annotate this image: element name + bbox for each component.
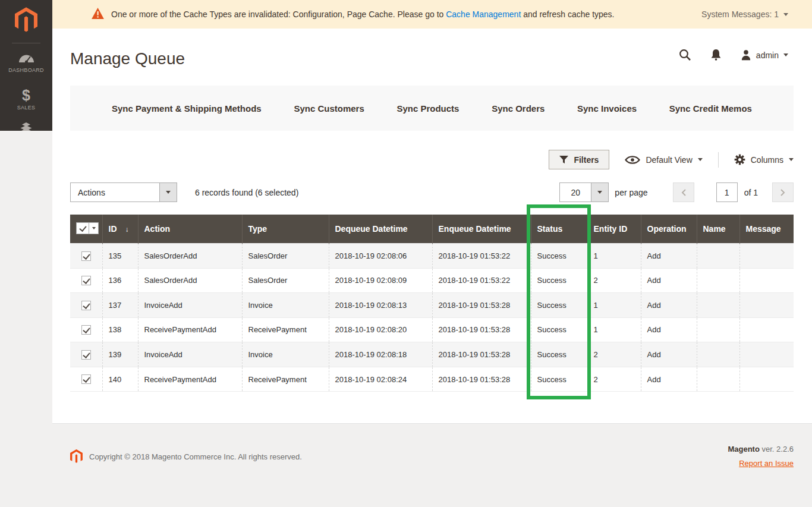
cell-action: SalesOrderAdd: [138, 244, 242, 269]
magento-footer-logo: [70, 449, 83, 464]
sidebar-item-label: DASHBOARD: [0, 67, 52, 73]
cell-dequeue-datetime: 2018-10-19 02:08:20: [329, 317, 432, 342]
chevron-down-icon[interactable]: [89, 223, 98, 234]
row-select-cell: [70, 268, 102, 293]
row-checkbox[interactable]: [81, 251, 91, 261]
sync-tab[interactable]: Sync Products: [396, 103, 459, 114]
cell-status: Success: [531, 342, 587, 367]
copyright-text: Copyright © 2018 Magento Commerce Inc. A…: [89, 452, 302, 461]
per-page-dropdown[interactable]: 20: [559, 182, 609, 202]
cell-operation: Add: [641, 367, 697, 392]
cell-status: Success: [531, 367, 587, 392]
cell-status: Success: [531, 244, 587, 269]
cell-id: 140: [102, 367, 138, 392]
filters-button[interactable]: Filters: [549, 150, 609, 169]
cell-operation: Add: [641, 268, 697, 293]
cell-action: InvoiceAdd: [138, 293, 242, 318]
select-all-checkbox[interactable]: [76, 222, 99, 234]
row-checkbox[interactable]: [81, 350, 91, 360]
search-icon[interactable]: [679, 49, 691, 61]
sync-tab[interactable]: Sync Customers: [294, 103, 364, 114]
column-header-entity-id[interactable]: Entity ID: [587, 215, 641, 244]
per-page-label: per page: [615, 188, 647, 197]
cell-enqueue-datetime: 2018-10-19 01:53:28: [432, 342, 531, 367]
chevron-down-icon[interactable]: [591, 183, 608, 201]
user-icon: [741, 49, 751, 61]
column-header-operation[interactable]: Operation: [641, 215, 697, 244]
cell-status: Success: [531, 268, 587, 293]
row-checkbox[interactable]: [81, 301, 91, 310]
next-page-button[interactable]: [772, 182, 794, 202]
cell-message: [739, 317, 794, 342]
cell-dequeue-datetime: 2018-10-19 02:08:06: [329, 244, 432, 269]
column-header-dequeue-datetime[interactable]: Dequeue Datetime: [329, 215, 432, 244]
sync-tab[interactable]: Sync Credit Memos: [669, 103, 752, 114]
chevron-right-icon: [780, 188, 786, 197]
magento-logo[interactable]: [15, 7, 37, 36]
column-header-status[interactable]: Status: [531, 215, 587, 244]
chevron-down-icon[interactable]: [159, 183, 177, 201]
previous-page-button[interactable]: [673, 182, 694, 202]
cell-operation: Add: [641, 342, 697, 367]
admin-username: admin: [756, 51, 779, 60]
cell-entity-id: 1: [587, 293, 641, 318]
column-header-enqueue-datetime[interactable]: Enqueue Datetime: [432, 215, 531, 244]
chevron-left-icon: [681, 188, 687, 197]
cell-message: [739, 342, 794, 367]
row-checkbox[interactable]: [81, 276, 91, 285]
filter-funnel-icon: [559, 156, 568, 163]
view-selector[interactable]: Default View: [625, 155, 702, 165]
sidebar-item-sales[interactable]: $ SALES: [0, 88, 52, 111]
cell-name: [697, 317, 739, 342]
chevron-down-icon: [789, 158, 794, 161]
admin-sidebar: DASHBOARD $ SALES: [0, 0, 52, 131]
row-select-cell: [70, 342, 102, 367]
eye-icon: [625, 155, 640, 165]
column-header-name[interactable]: Name: [697, 215, 739, 244]
footer: Copyright © 2018 Magento Commerce Inc. A…: [52, 424, 812, 468]
sync-tab[interactable]: Sync Payment & Shipping Methods: [112, 103, 262, 114]
column-header-action[interactable]: Action: [138, 215, 242, 244]
actions-dropdown[interactable]: Actions: [70, 182, 177, 202]
cell-type: ReceivePayment: [242, 367, 329, 392]
row-select-cell: [70, 244, 102, 269]
row-select-cell: [70, 367, 102, 392]
column-header-type[interactable]: Type: [242, 215, 329, 244]
sidebar-item-dashboard[interactable]: DASHBOARD: [0, 53, 52, 73]
columns-selector[interactable]: Columns: [734, 154, 794, 165]
table-row: 138 ReceivePaymentAdd ReceivePayment 201…: [70, 317, 794, 342]
cell-action: SalesOrderAdd: [138, 268, 242, 293]
cell-entity-id: 1: [587, 317, 641, 342]
row-checkbox[interactable]: [81, 325, 91, 335]
cell-enqueue-datetime: 2018-10-19 01:53:22: [432, 244, 531, 269]
cell-status: Success: [531, 293, 587, 318]
sync-tab[interactable]: Sync Orders: [492, 103, 545, 114]
cell-enqueue-datetime: 2018-10-19 01:53:28: [432, 293, 531, 318]
sync-tab[interactable]: Sync Invoices: [577, 103, 637, 114]
catalog-icon: [18, 122, 34, 131]
page-number-input[interactable]: [716, 182, 738, 202]
table-row: 137 InvoiceAdd Invoice 2018-10-19 02:08:…: [70, 293, 794, 318]
admin-account-menu[interactable]: admin: [741, 49, 788, 61]
cell-id: 136: [102, 268, 138, 293]
header-actions: admin: [679, 49, 788, 61]
main-content: One or more of the Cache Types are inval…: [52, 0, 812, 424]
sidebar-item-catalog[interactable]: [0, 122, 52, 131]
cell-status: Success: [531, 317, 587, 342]
column-header-id[interactable]: ID↓: [102, 215, 138, 244]
cell-action: InvoiceAdd: [138, 342, 242, 367]
column-header-message[interactable]: Message: [739, 215, 794, 244]
select-all-cell: [70, 215, 102, 244]
table-row: 139 InvoiceAdd Invoice 2018-10-19 02:08:…: [70, 342, 794, 367]
notifications-bell-icon[interactable]: [710, 49, 722, 61]
grid-header-row: ID↓ Action Type Dequeue Datetime Enqueue…: [70, 215, 794, 244]
report-issue-link[interactable]: Report an Issue: [739, 459, 794, 468]
row-select-cell: [70, 293, 102, 318]
system-messages-toggle[interactable]: System Messages: 1: [701, 10, 788, 19]
row-checkbox[interactable]: [81, 374, 91, 384]
cache-management-link[interactable]: Cache Management: [446, 10, 521, 19]
cell-id: 137: [102, 293, 138, 318]
total-pages-label: of 1: [744, 188, 758, 197]
cell-entity-id: 2: [587, 268, 641, 293]
cell-name: [697, 342, 739, 367]
